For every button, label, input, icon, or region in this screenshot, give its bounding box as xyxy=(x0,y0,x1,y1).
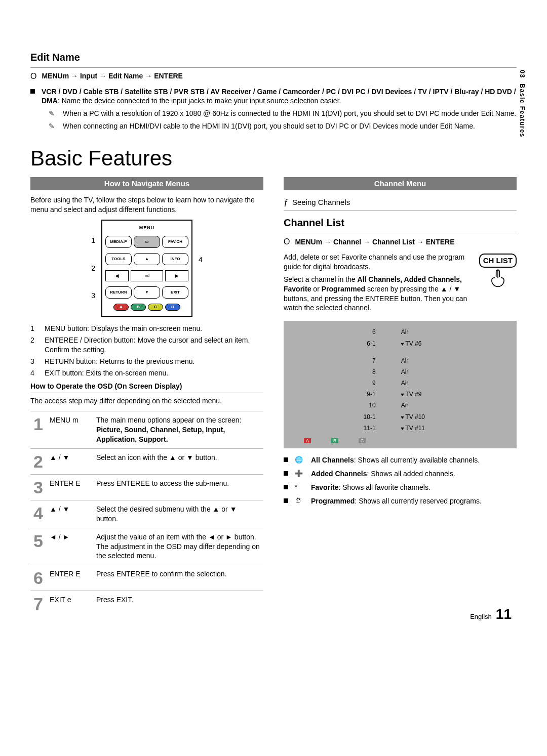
menu-icon: O xyxy=(30,71,36,82)
divider xyxy=(284,211,517,211)
hand-icon xyxy=(479,268,517,292)
channel-menu-band: Channel Menu xyxy=(284,177,517,190)
color-c: C xyxy=(148,304,163,311)
remote-body: MENU MEDIA.P ▭ FAV.CH TOOLS ▲ INFO ◄ ⏎ xyxy=(101,220,192,317)
chlist-badge: CH LIST xyxy=(479,254,517,268)
table-row: 10-1TV #10 xyxy=(290,412,511,422)
table-row: 7EXIT ePress EXIT. xyxy=(30,591,263,617)
channel-legend: 🌐All Channels: Shows all currently avail… xyxy=(284,455,517,506)
chapter-label: Basic Features xyxy=(519,83,526,138)
def-row: 4EXIT button: Exits the on-screen menu. xyxy=(30,368,263,378)
callouts-right: 4 xyxy=(197,255,205,282)
table-row: 2▲ / ▼Select an icon with the ▲ or ▼ but… xyxy=(30,448,263,474)
page-footer: English 11 xyxy=(470,605,512,624)
callout-2: 2 xyxy=(91,264,95,273)
color-b: B xyxy=(131,304,146,311)
return-button: RETURN xyxy=(105,286,132,299)
seeing-channels-row: ƒ Seeing Channels xyxy=(284,196,517,208)
legend-programmed: ⏱Programmed: Shows all currently reserve… xyxy=(284,496,517,506)
table-row: 6Air xyxy=(290,327,511,337)
info-button: INFO xyxy=(162,253,188,265)
edit-name-notes: When a PC with a resolution of 1920 x 10… xyxy=(42,109,517,131)
edit-name-bullets: VCR / DVD / Cable STB / Satellite STB / … xyxy=(30,87,517,132)
def-row: 2ENTEREE / Direction button: Move the cu… xyxy=(30,335,263,355)
abc-c: C xyxy=(359,438,366,443)
callout-4: 4 xyxy=(199,255,203,265)
chapter-number: 03 xyxy=(518,70,527,78)
table-row: 10Air xyxy=(290,400,511,410)
chlist-illustration: CH LIST xyxy=(479,254,517,293)
table-row: 6-1TV #6 xyxy=(290,339,511,349)
page-title: Basic Features xyxy=(30,144,517,173)
def-row: 1MENU button: Displays the main on-scree… xyxy=(30,324,263,333)
remote-menu-label: MENU xyxy=(105,225,188,231)
callout-1: 1 xyxy=(91,236,95,245)
callout-3: 3 xyxy=(91,291,95,301)
enter-button: ⏎ xyxy=(131,270,163,281)
left-column: How to Navigate Menus Before using the T… xyxy=(30,177,263,617)
remote-figure: 1 2 3 MENU MEDIA.P ▭ FAV.CH TOOLS ▲ INFO xyxy=(30,220,263,317)
star-icon: * xyxy=(295,483,305,492)
table-row: 7Air xyxy=(290,356,511,366)
abc-a: A xyxy=(304,438,311,443)
button-definitions: 1MENU button: Displays the main on-scree… xyxy=(30,324,263,377)
up-button: ▲ xyxy=(134,253,160,265)
osd-steps-table: 1MENU mThe main menu options appear on t… xyxy=(30,411,263,616)
divider xyxy=(284,233,517,233)
clock-icon: ⏱ xyxy=(295,496,305,506)
osd-note: The access step may differ depending on … xyxy=(30,396,263,406)
plus-icon: ➕ xyxy=(295,469,305,479)
menu-path-text: MENUm → Channel → Channel List → ENTERE xyxy=(295,237,454,247)
divider xyxy=(30,67,517,68)
table-row: 8Air xyxy=(290,367,511,377)
left-button: ◄ xyxy=(105,270,129,281)
edit-name-menu-path: O MENUm → Input → Edit Name → ENTERE xyxy=(30,71,517,82)
tools-button: TOOLS xyxy=(105,253,132,265)
globe-icon: 🌐 xyxy=(295,455,305,465)
legend-favorite: *Favorite: Shows all favorite channels. xyxy=(284,483,517,492)
page-number: 11 xyxy=(496,605,512,624)
table-row: 9Air xyxy=(290,378,511,388)
legend-added: ➕Added Channels: Shows all added channel… xyxy=(284,469,517,479)
side-tab: 03 Basic Features xyxy=(518,70,527,138)
nav-menus-band: How to Navigate Menus xyxy=(30,177,263,190)
def-row: 3RETURN button: Returns to the previous … xyxy=(30,357,263,366)
channel-abc-row: A B C xyxy=(289,438,512,443)
table-row: 1MENU mThe main menu options appear on t… xyxy=(30,411,263,449)
down-button: ▼ xyxy=(134,286,160,299)
menu-path-text: MENUm → Input → Edit Name → ENTERE xyxy=(42,71,182,81)
callouts-left: 1 2 3 xyxy=(89,236,97,301)
note-dvi-pc: When a PC with a resolution of 1920 x 10… xyxy=(63,109,517,118)
menu-button-icon: ▭ xyxy=(134,236,160,248)
footer-lang: English xyxy=(470,612,492,621)
legend-all: 🌐All Channels: Shows all currently avail… xyxy=(284,455,517,465)
seeing-icon: ƒ xyxy=(284,196,288,208)
color-a: A xyxy=(113,304,129,311)
seeing-label: Seeing Channels xyxy=(292,197,350,207)
osd-heading: How to Operate the OSD (On Screen Displa… xyxy=(30,382,263,393)
table-row: 3ENTER EPress ENTEREE to access the sub-… xyxy=(30,474,263,500)
color-d: D xyxy=(165,304,180,311)
table-row: 4▲ / ▼Select the desired submenu with th… xyxy=(30,500,263,528)
mediap-button: MEDIA.P xyxy=(105,236,132,248)
exit-button: EXIT xyxy=(162,286,188,299)
device-list-rest: : Name the device connected to the input… xyxy=(58,97,341,105)
channel-list-menu-path: O MENUm → Channel → Channel List → ENTER… xyxy=(284,236,517,247)
right-button: ► xyxy=(165,270,188,281)
abc-b: B xyxy=(331,438,338,443)
channel-list-title: Channel List xyxy=(284,216,517,230)
favch-button: FAV.CH xyxy=(162,236,188,248)
menu-icon: O xyxy=(284,236,290,247)
edit-name-title: Edit Name xyxy=(30,51,517,64)
table-row: 11-1TV #11 xyxy=(290,423,511,433)
table-row: 5◄ / ►Adjust the value of an item with t… xyxy=(30,528,263,565)
nav-intro: Before using the TV, follow the steps be… xyxy=(30,195,263,215)
table-row: 9-1TV #9 xyxy=(290,389,511,399)
device-list-bullet: VCR / DVD / Cable STB / Satellite STB / … xyxy=(30,87,517,132)
note-dvi-devices: When connecting an HDMI/DVI cable to the… xyxy=(63,121,517,131)
channel-table: 6Air6-1TV #67Air8Air9Air9-1TV #910Air10-… xyxy=(284,321,517,448)
right-column: Channel Menu ƒ Seeing Channels Channel L… xyxy=(284,177,517,617)
table-row: 6ENTER EPress ENTEREE to confirm the sel… xyxy=(30,565,263,591)
